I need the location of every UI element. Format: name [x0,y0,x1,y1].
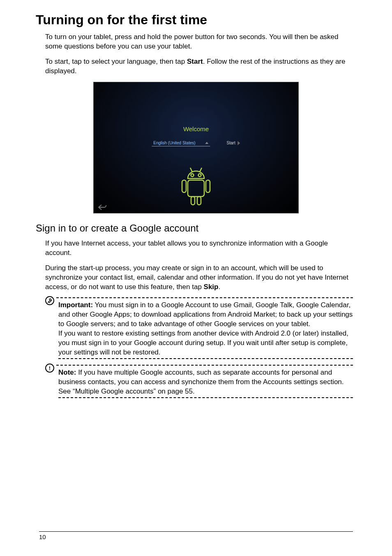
important-text-1: You must sign in to a Google Account to … [58,301,353,328]
language-selector-text: English (United States) [153,141,195,145]
heading-turning-on: Turning on for the first time [36,12,353,28]
alert-icon: ! [45,364,54,373]
back-icon[interactable] [98,204,107,211]
start-button-label: Start [227,141,235,145]
note-text: If you have multiple Google accounts, su… [58,368,344,395]
para2-start-word: Start [187,58,203,65]
note-callout: ! Note: If you have multiple Google acco… [45,365,353,398]
svg-rect-6 [206,180,210,192]
note-label: Note: [58,368,76,376]
page-number: 10 [39,533,46,540]
svg-rect-4 [188,180,204,197]
dashed-rule [58,358,353,359]
welcome-screenshot: Welcome English (United States) Start [93,82,299,213]
dropdown-icon [205,142,209,144]
paragraph-intro-1: To turn on your tablet, press and hold t… [45,32,353,51]
svg-point-2 [191,174,194,176]
svg-rect-7 [191,197,195,205]
android-robot-icon [171,159,221,208]
start-button[interactable]: Start [227,141,240,145]
dashed-rule [56,365,353,366]
language-selector[interactable]: English (United States) [152,140,210,146]
svg-rect-8 [197,197,201,205]
paragraph-signin-1: If you have Internet access, your tablet… [45,239,353,258]
svg-rect-5 [182,180,186,192]
dashed-rule [56,297,353,298]
svg-point-3 [198,174,201,176]
chevron-right-icon [238,141,240,145]
para4-pre: During the start-up process, you may cre… [45,264,348,291]
paragraph-intro-2: To start, tap to select your language, t… [45,57,353,76]
paragraph-signin-2: During the start-up process, you may cre… [45,264,353,292]
para4-post: . [218,283,220,291]
dashed-rule [58,397,353,398]
page-footer: 10 [39,531,353,540]
para2-pre: To start, tap to select your language, t… [45,58,187,65]
pin-icon [45,296,54,305]
svg-line-1 [200,168,202,172]
important-text-2: If you want to restore existing settings… [58,329,348,356]
welcome-label: Welcome [94,125,298,132]
important-label: Important: [58,301,93,309]
important-callout: Important: You must sign in to a Google … [45,297,353,359]
heading-sign-in: Sign in to or create a Google account [36,222,353,234]
para4-skip-word: Skip [204,283,219,291]
svg-line-0 [190,168,192,172]
